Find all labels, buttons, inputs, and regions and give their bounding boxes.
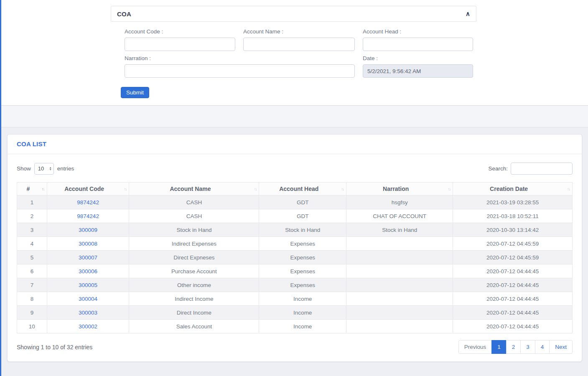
- sort-icon: ↑↓: [341, 187, 344, 191]
- page-size-select-wrap: 10 ▲▼: [34, 163, 54, 175]
- cell-index: 10: [17, 320, 47, 333]
- account-head-label: Account Head :: [363, 28, 473, 35]
- cell-account-name: Other income: [129, 278, 259, 292]
- date-field-group: Date :: [363, 55, 473, 78]
- account-code-label: Account Code :: [125, 28, 235, 35]
- pagination-page-2[interactable]: 2: [506, 340, 521, 354]
- coa-form-card: COA ∧ Account Code : Account Name : Acco…: [1, 0, 588, 106]
- cell-account-name: Stock in Hand: [129, 223, 259, 237]
- page-length-control: Show 10 ▲▼ entries: [17, 163, 74, 175]
- column-header-account-name[interactable]: Account Name↑↓: [129, 183, 259, 196]
- cell-narration: hsgfsy: [346, 196, 453, 209]
- cell-narration: [346, 237, 453, 251]
- account-code-link[interactable]: 300003: [79, 310, 97, 316]
- column-header--[interactable]: #↑↓: [17, 183, 47, 196]
- list-section: COA LIST Show 10 ▲▼ entries Search:: [1, 127, 588, 368]
- account-head-input[interactable]: [363, 38, 473, 51]
- pagination-page-3[interactable]: 3: [520, 340, 535, 354]
- cell-creation-date: 2020-07-12 04:44:45: [453, 264, 573, 278]
- cell-account-name: CASH: [129, 196, 259, 209]
- column-header-account-code[interactable]: Account Code↑↓: [47, 183, 129, 196]
- cell-account-name: Indirect Expenses: [129, 237, 259, 251]
- sort-icon: ↑↓: [254, 187, 256, 191]
- coa-list-title: COA LIST: [17, 140, 46, 147]
- account-name-input[interactable]: [243, 38, 355, 51]
- account-code-link[interactable]: 300008: [79, 241, 97, 247]
- cell-account-code: 300008: [47, 237, 129, 251]
- account-code-input[interactable]: [125, 38, 235, 51]
- section-divider: [1, 106, 588, 127]
- table-row: 19874242CASHGDThsgfsy2021-03-19 03:28:55: [17, 196, 573, 209]
- page-size-select[interactable]: 10: [34, 163, 54, 175]
- pagination-next[interactable]: Next: [549, 340, 573, 354]
- column-header-narration[interactable]: Narration↑↓: [346, 183, 453, 196]
- column-header-account-head[interactable]: Account Head↑↓: [259, 183, 346, 196]
- pagination-page-1[interactable]: 1: [491, 340, 507, 354]
- account-code-link[interactable]: 300007: [79, 254, 97, 261]
- coa-form: Account Code : Account Name : Account He…: [125, 28, 474, 78]
- cell-account-name: CASH: [129, 209, 259, 223]
- coa-list-header: COA LIST: [8, 135, 582, 154]
- account-code-link[interactable]: 9874242: [77, 199, 99, 206]
- account-code-field-group: Account Code :: [125, 28, 235, 51]
- sort-icon: ↑↓: [448, 187, 450, 191]
- cell-account-head: Income: [259, 292, 346, 306]
- cell-account-code: 300009: [47, 223, 129, 237]
- pagination-previous[interactable]: Previous: [458, 340, 492, 354]
- column-header-label: Account Head: [279, 185, 318, 192]
- entries-summary: Showing 1 to 10 of 32 entries: [17, 344, 92, 351]
- table-controls: Show 10 ▲▼ entries Search:: [17, 163, 573, 175]
- cell-account-head: GDT: [259, 209, 346, 223]
- cell-account-code: 300005: [47, 278, 129, 292]
- narration-label: Narration :: [125, 55, 355, 61]
- collapse-caret-icon[interactable]: ∧: [466, 10, 470, 18]
- cell-account-head: GDT: [259, 196, 346, 209]
- coa-list-body: Show 10 ▲▼ entries Search: #↑↓Account Co…: [8, 154, 582, 361]
- date-input: [363, 64, 473, 78]
- cell-account-name: Indirect Income: [129, 292, 259, 306]
- cell-index: 7: [17, 278, 47, 292]
- account-code-link[interactable]: 300004: [79, 296, 97, 302]
- account-code-link[interactable]: 300006: [79, 268, 97, 274]
- cell-narration: [346, 292, 453, 306]
- cell-creation-date: 2020-07-12 04:45:59: [453, 237, 573, 251]
- account-code-link[interactable]: 9874242: [77, 213, 99, 219]
- pagination-page-4[interactable]: 4: [535, 340, 550, 354]
- cell-creation-date: 2020-07-12 04:44:45: [453, 278, 573, 292]
- cell-creation-date: 2021-03-18 10:52:11: [453, 209, 573, 223]
- account-code-link[interactable]: 300002: [79, 323, 97, 330]
- cell-account-name: Direct Income: [129, 306, 259, 320]
- cell-narration: Stock in Hand: [346, 223, 453, 237]
- cell-account-name: Direct Expneses: [129, 251, 259, 264]
- search-input[interactable]: [511, 163, 573, 175]
- account-code-link[interactable]: 300005: [79, 282, 97, 288]
- column-header-label: Creation Date: [490, 185, 528, 192]
- cell-index: 4: [17, 237, 47, 251]
- coa-panel-header[interactable]: COA ∧: [111, 6, 476, 22]
- submit-button[interactable]: Submit: [121, 87, 149, 98]
- coa-table-body: 19874242CASHGDThsgfsy2021-03-19 03:28:55…: [17, 196, 573, 333]
- sort-icon: ↑↓: [567, 187, 570, 191]
- table-row: 8300004Indirect IncomeIncome2020-07-12 0…: [17, 292, 573, 306]
- cell-index: 1: [17, 196, 47, 209]
- cell-account-head: Expenses: [259, 251, 346, 264]
- table-footer: Showing 1 to 10 of 32 entries Previous12…: [17, 340, 573, 354]
- cell-account-head: Income: [259, 320, 346, 333]
- cell-index: 6: [17, 264, 47, 278]
- cell-narration: [346, 264, 453, 278]
- table-row: 7300005Other incomeExpenses2020-07-12 04…: [17, 278, 573, 292]
- table-row: 3300009Stock in HandStock in HandStock i…: [17, 223, 573, 237]
- narration-input[interactable]: [125, 64, 355, 78]
- table-row: 6300006Purchase AccountExpenses2020-07-1…: [17, 264, 573, 278]
- cell-account-code: 300003: [47, 306, 129, 320]
- column-header-creation-date[interactable]: Creation Date↑↓: [453, 183, 573, 196]
- cell-account-name: Sales Account: [129, 320, 259, 333]
- table-row: 5300007Direct ExpnesesExpenses2020-07-12…: [17, 251, 573, 264]
- show-label: Show: [17, 165, 31, 172]
- date-label: Date :: [363, 55, 473, 61]
- column-header-label: Account Code: [64, 185, 104, 192]
- account-code-link[interactable]: 300009: [79, 227, 97, 233]
- header-row: #↑↓Account Code↑↓Account Name↑↓Account H…: [17, 183, 573, 196]
- pagination: Previous1234Next: [458, 340, 573, 354]
- table-row: 29874242CASHGDTCHAT OF ACCOUNT2021-03-18…: [17, 209, 573, 223]
